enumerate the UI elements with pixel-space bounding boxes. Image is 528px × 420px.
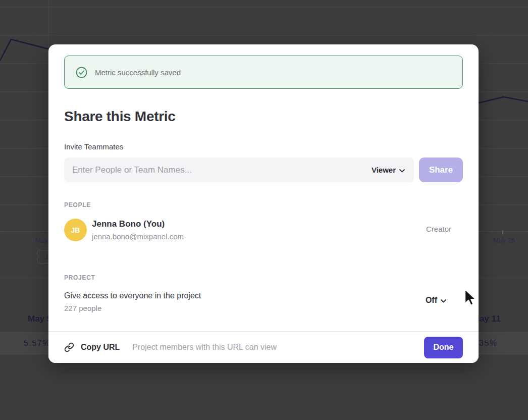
success-banner: Metric successfully saved [64, 56, 463, 89]
copy-url-button[interactable]: Copy URL [81, 343, 120, 352]
project-access-dropdown[interactable]: Off [426, 296, 446, 305]
chevron-down-icon [399, 166, 405, 174]
project-access-subtitle: 227 people [64, 303, 446, 314]
person-email: jenna.bono@mixpanel.com [92, 232, 184, 241]
table-value-left: 5.57% [24, 339, 50, 348]
chevron-down-icon [441, 296, 446, 305]
table-value-right: 35% [479, 339, 498, 348]
person-role-label: Creator [426, 225, 451, 233]
link-icon [64, 342, 74, 352]
project-access-title: Give access to everyone in the project [64, 290, 446, 301]
copy-url-helper-text: Project members with this URL can view [132, 343, 277, 352]
project-section-heading: PROJECT [64, 274, 95, 281]
success-check-icon [76, 67, 87, 78]
modal-title: Share this Metric [64, 109, 176, 125]
person-row: JB Jenna Bono (You) jenna.bono@mixpanel.… [64, 218, 451, 241]
role-dropdown[interactable]: Viewer [372, 166, 406, 174]
avatar: JB [64, 219, 87, 241]
x-axis-label-left: May [35, 237, 48, 244]
share-metric-modal: Metric successfully saved Share this Met… [48, 44, 479, 363]
role-dropdown-value: Viewer [372, 166, 396, 174]
project-access-row: Give access to everyone in the project 2… [64, 290, 446, 312]
x-axis-tick [502, 231, 503, 235]
gridline [0, 35, 528, 35]
invite-input[interactable] [72, 165, 372, 175]
invite-teammates-label: Invite Teammates [64, 142, 123, 151]
share-button[interactable]: Share [419, 158, 463, 182]
project-access-value: Off [426, 296, 437, 305]
invite-input-row: Viewer Share [64, 158, 463, 182]
done-button[interactable]: Done [424, 337, 463, 358]
invite-field[interactable]: Viewer [64, 158, 414, 182]
people-section-heading: PEOPLE [64, 201, 91, 208]
gridline [0, 7, 528, 7]
success-banner-text: Metric successfully saved [95, 68, 181, 77]
person-name: Jenna Bono (You) [92, 219, 165, 229]
modal-footer: Copy URL Project members with this URL c… [48, 331, 479, 363]
x-axis-label-right: May 26 [493, 237, 515, 244]
